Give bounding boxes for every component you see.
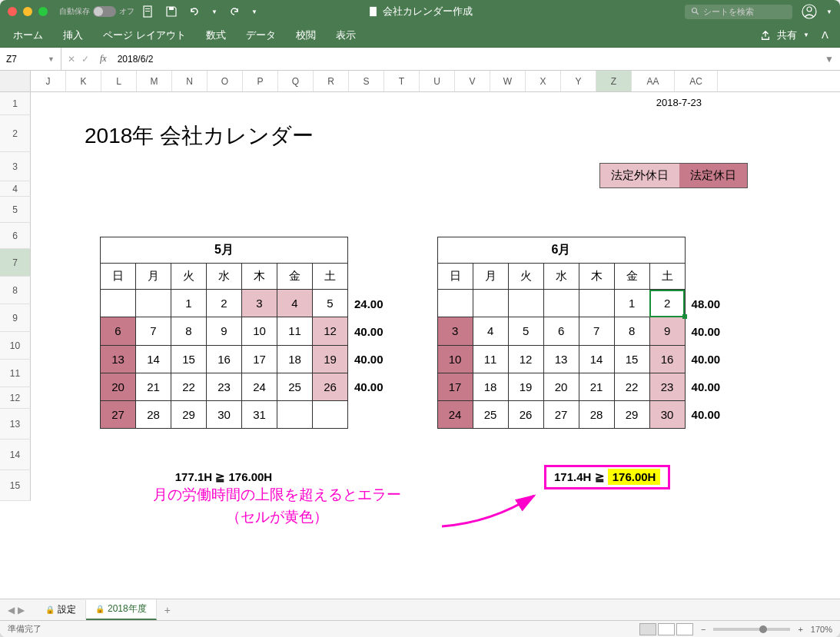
column-header[interactable]: X: [526, 71, 561, 91]
redo-icon[interactable]: [228, 5, 241, 18]
calendar-cell[interactable]: 21: [579, 373, 614, 400]
tab-review[interactable]: 校閲: [294, 25, 317, 45]
calendar-cell[interactable]: 9: [207, 317, 242, 345]
calendar-cell[interactable]: 4: [473, 317, 508, 345]
name-box-dropdown-icon[interactable]: ▼: [48, 55, 55, 63]
calendar-cell[interactable]: 26: [313, 373, 348, 400]
calendar-cell[interactable]: 7: [136, 317, 171, 345]
calendar-cell[interactable]: 13: [543, 345, 579, 373]
column-header[interactable]: N: [172, 71, 208, 91]
calendar-cell[interactable]: 12: [508, 345, 543, 373]
column-header[interactable]: T: [384, 71, 420, 91]
calendar-cell[interactable]: 8: [614, 317, 649, 345]
calendar-cell[interactable]: 9: [649, 317, 685, 345]
calendar-cell[interactable]: 18: [277, 345, 313, 373]
calendar-cell[interactable]: 14: [579, 345, 614, 373]
calendar-cell[interactable]: 1: [171, 290, 207, 317]
calendar-cell[interactable]: 27: [101, 400, 136, 428]
maximize-button[interactable]: [38, 7, 48, 16]
row-header[interactable]: 8: [0, 277, 31, 304]
calendar-cell[interactable]: 6: [101, 317, 136, 345]
calendar-cell[interactable]: 24: [242, 373, 277, 400]
fx-icon[interactable]: fx: [95, 53, 111, 65]
calendar-cell[interactable]: 30: [207, 400, 242, 428]
calendar-cell[interactable]: [473, 290, 508, 317]
close-button[interactable]: [8, 7, 17, 16]
calendar-cell[interactable]: 13: [101, 345, 136, 373]
calendar-cell[interactable]: 20: [543, 373, 579, 400]
redo-dropdown-icon[interactable]: ▼: [251, 8, 257, 15]
calendar-cell[interactable]: 10: [437, 345, 473, 373]
view-page-layout-button[interactable]: [658, 623, 675, 635]
calendar-cell[interactable]: 6: [543, 317, 579, 345]
calendar-cell[interactable]: [136, 290, 171, 317]
calendar-cell[interactable]: 11: [277, 317, 313, 345]
tab-view[interactable]: 表示: [334, 25, 357, 45]
formula-input[interactable]: 2018/6/2: [111, 54, 818, 65]
view-page-break-button[interactable]: [676, 623, 693, 635]
calendar-cell[interactable]: 15: [614, 345, 649, 373]
select-all-corner[interactable]: [0, 71, 31, 91]
calendar-cell[interactable]: [508, 290, 543, 317]
column-header[interactable]: L: [101, 71, 137, 91]
calendar-cell[interactable]: 29: [614, 400, 649, 428]
calendar-cell[interactable]: 30: [649, 400, 685, 428]
undo-icon[interactable]: [188, 5, 201, 18]
calendar-cell[interactable]: 23: [207, 373, 242, 400]
sheet-tab-settings[interactable]: 🔒 設定: [36, 600, 86, 619]
minimize-button[interactable]: [23, 7, 32, 16]
calendar-cell[interactable]: 23: [649, 373, 685, 400]
row-header[interactable]: 12: [0, 387, 31, 409]
row-header[interactable]: 1: [0, 92, 31, 115]
add-sheet-button[interactable]: +: [157, 604, 178, 616]
sheet-next-icon[interactable]: ▶: [18, 605, 25, 615]
calendar-cell[interactable]: 18: [473, 373, 508, 400]
calendar-cell[interactable]: 5: [313, 290, 348, 317]
zoom-slider[interactable]: [713, 628, 790, 631]
row-header[interactable]: 15: [0, 470, 31, 501]
share-button[interactable]: 共有: [775, 25, 798, 45]
row-header[interactable]: 7: [0, 249, 31, 277]
column-header[interactable]: K: [66, 71, 101, 91]
sheet-prev-icon[interactable]: ◀: [8, 605, 15, 615]
column-header[interactable]: Z: [596, 71, 632, 91]
row-header[interactable]: 3: [0, 152, 31, 181]
calendar-cell[interactable]: 15: [171, 345, 207, 373]
calendar-cell[interactable]: 5: [508, 317, 543, 345]
column-header[interactable]: Q: [278, 71, 314, 91]
tab-data[interactable]: データ: [244, 25, 277, 45]
calendar-cell[interactable]: 7: [579, 317, 614, 345]
row-header[interactable]: 4: [0, 181, 31, 197]
calendar-cell[interactable]: 2: [649, 290, 685, 317]
calendar-cell[interactable]: [579, 290, 614, 317]
undo-dropdown-icon[interactable]: ▼: [211, 8, 217, 15]
share-icon[interactable]: [760, 30, 771, 41]
row-header[interactable]: 5: [0, 197, 31, 223]
row-header[interactable]: 6: [0, 223, 31, 249]
calendar-cell[interactable]: 10: [242, 317, 277, 345]
ribbon-collapse-icon[interactable]: ᐱ: [822, 29, 828, 41]
column-header[interactable]: O: [208, 71, 243, 91]
calendar-cell[interactable]: 21: [136, 373, 171, 400]
calendar-cell[interactable]: 17: [242, 345, 277, 373]
calendar-cell[interactable]: 3: [437, 317, 473, 345]
calendar-cell[interactable]: 19: [508, 373, 543, 400]
column-header[interactable]: S: [349, 71, 384, 91]
user-icon[interactable]: [802, 4, 817, 19]
calendar-cell[interactable]: [437, 290, 473, 317]
calendar-cell[interactable]: 31: [242, 400, 277, 428]
calendar-cell[interactable]: [313, 400, 348, 428]
calendar-cell[interactable]: 2: [207, 290, 242, 317]
zoom-level[interactable]: 170%: [811, 625, 832, 634]
row-header[interactable]: 10: [0, 332, 31, 360]
autosave-toggle[interactable]: 自動保存 オフ: [59, 6, 134, 17]
view-normal-button[interactable]: [639, 623, 656, 635]
calendar-cell[interactable]: 27: [543, 400, 579, 428]
calendar-cell[interactable]: [101, 290, 136, 317]
zoom-out-button[interactable]: −: [701, 625, 706, 634]
spreadsheet-grid[interactable]: 123456789101112131415 2018-7-23 2018年 会社…: [0, 92, 840, 538]
calendar-cell[interactable]: 4: [277, 290, 313, 317]
column-header[interactable]: AA: [632, 71, 675, 91]
row-header[interactable]: 14: [0, 440, 31, 470]
column-header[interactable]: J: [31, 71, 66, 91]
